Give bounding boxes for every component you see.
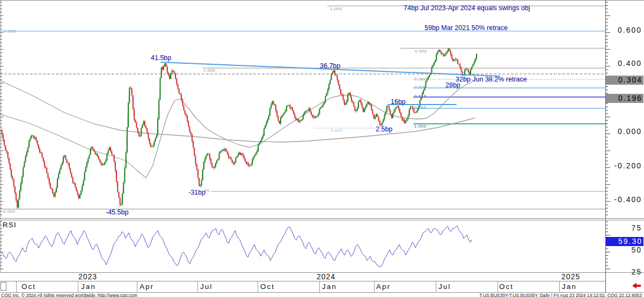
time-axis-month-label: Apr [140, 282, 154, 292]
price-axis-label: -0.200 [606, 161, 642, 170]
status-bar-symbol-info: T.US.BUS30Y-T.US.BUS05Y, Daily | Fri Aug… [479, 293, 642, 297]
price-axis-label: 0.000 [606, 127, 642, 136]
chart-annotation: 36.7bp [320, 62, 340, 70]
price-axis-label: 25 [606, 268, 642, 276]
time-axis-month-label: Oct [260, 282, 275, 292]
fib-level-label: 1.000 [330, 7, 342, 11]
chart-annotation: 74bp Jul 2023-Apr 2024 equals swings obj [404, 4, 530, 12]
time-axis-month-label: Jul [438, 282, 451, 292]
time-axis-month-label: Jan [322, 282, 337, 292]
scrollbar-box[interactable] [1, 282, 6, 291]
time-axis-month-label: Jan [562, 282, 577, 292]
time-axis-month-label: Apr [376, 282, 391, 292]
chart-annotation: 28bp [445, 81, 460, 89]
time-axis-year-label: 2024 [317, 273, 335, 281]
cqg-chart-window: RSI CQG Inc. © 2024 All rights reserved … [0, 0, 644, 297]
fib-level-label: 0.500 [4, 29, 16, 34]
scroll-left-arrow-icon[interactable] [632, 283, 641, 289]
axis-tick-marks [1, 2, 610, 269]
fib-level-label: 0.000 [415, 49, 427, 54]
chart-canvas[interactable] [0, 0, 644, 297]
chart-annotation: 59bp Mar 2021 50% retrace [425, 24, 508, 32]
chart-annotation: -31bp [188, 189, 206, 196]
rsi-line [0, 226, 472, 267]
price-axis-badge: 59.30 [606, 237, 643, 246]
time-axis-month-label: Jul [200, 282, 213, 292]
fib-level-label: 0.786 [414, 106, 427, 110]
fib-level-label: 0.000 [331, 129, 343, 133]
price-axis-badge: 0.196 [606, 94, 643, 103]
chart-annotation: 41.5bp [151, 54, 171, 62]
chart-annotation: 16bp [391, 98, 406, 106]
price-axis-label: -0.400 [606, 195, 642, 204]
price-axis-label: 0.600 [606, 26, 642, 34]
moving-average-fast-line [0, 82, 472, 178]
chart-annotation: 32bp Jun 38.2% retrace [456, 76, 527, 83]
time-axis-year-label: 2023 [78, 273, 97, 281]
fib-level-label: 1.000 [203, 69, 216, 73]
fib-level-label: 0.618 [414, 94, 427, 99]
fib-level-label: 0.000 [3, 210, 16, 214]
price-axis-badge: 0.304 [606, 76, 643, 85]
fib-level-label: 0.382 [414, 77, 427, 81]
moving-average-slow-line [0, 80, 475, 142]
price-axis-label: 0.400 [606, 59, 642, 68]
time-axis-month-label: Oct [21, 282, 36, 292]
chart-annotation: 2.5bp [376, 125, 392, 133]
time-axis-month-label: Jan [81, 282, 96, 292]
status-bar-copyright: CQG Inc. © 2024 All rights reserved worl… [1, 293, 137, 297]
time-axis-year-label: 2025 [561, 273, 580, 281]
fib-level-label: 0.500 [414, 85, 427, 90]
chart-annotation: -45.5bp [106, 209, 128, 216]
rsi-study-label: RSI [3, 221, 17, 229]
time-axis-month-label: Oct [499, 282, 514, 292]
price-axis-label: 75 [606, 224, 642, 232]
price-axis-label: 50 [606, 246, 642, 254]
fib-level-label: 1.000 [414, 124, 427, 129]
